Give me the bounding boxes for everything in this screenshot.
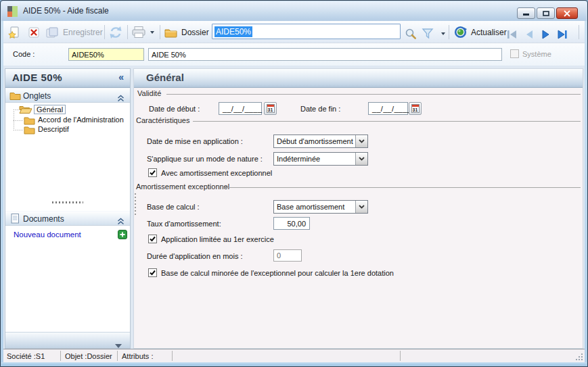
group-line [193,121,581,122]
actualiser-button[interactable]: Actualiser [454,24,507,41]
last-record-button[interactable] [556,26,569,43]
last-record-icon [556,29,569,40]
resize-grip[interactable] [574,352,583,360]
main-panel: Général Validité Date de début : __/__/_… [133,68,583,349]
base-calcul-label: Base de calcul : [147,203,200,211]
exceptional-checkbox-label: Avec amortissement exceptionnel [161,169,272,177]
first-record-button [505,26,519,43]
refresh-button[interactable] [108,24,123,41]
save-icon [45,26,59,39]
previous-record-icon [523,29,537,40]
tree-stub [14,109,18,110]
chevron-down-icon[interactable] [355,153,367,165]
duree-label: Durée d'application en mois : [147,252,243,260]
print-button[interactable] [131,24,154,41]
close-button[interactable] [556,7,578,19]
main-header: Général [134,69,583,88]
print-icon [131,26,146,39]
app-icon [7,5,18,18]
add-document-button[interactable] [118,230,127,242]
chevron-down-icon[interactable] [355,201,367,213]
code-field[interactable] [68,48,144,61]
status-attributs: Attributs : [122,352,153,360]
chevron-down-icon[interactable] [355,135,367,147]
dossier-button[interactable]: Dossier [164,24,209,41]
sidebar-item-general[interactable]: Général [34,105,66,114]
new-document-link[interactable]: Nouveau document [14,230,81,239]
sidebar-footer [5,332,130,348]
filter-button[interactable] [422,25,445,42]
sidebar-splitter-handle[interactable] [52,201,83,203]
toolbar-separator [127,25,128,39]
folder-icon [24,125,35,137]
exceptional-checkbox[interactable] [148,168,157,177]
status-separator [400,351,401,361]
search-button[interactable] [405,25,417,42]
next-record-button[interactable] [539,26,553,43]
code-row: Code : Système [3,43,585,66]
window-title: AIDE 50% - Aide fiscale [23,6,109,16]
duree-field: 0 [273,249,302,262]
restore-button[interactable] [537,7,555,19]
base-calcul-select[interactable]: Base amortissement [273,200,368,214]
filter-icon [422,28,434,39]
toolbar: Enregistrer Dossier AIDE50% Actualis [3,21,585,43]
nature-mode-select[interactable]: Indéterminée [273,152,368,166]
filter-dropdown-icon[interactable] [441,32,445,35]
group-line [224,187,581,188]
splitter-dots[interactable] [135,193,136,216]
calendar-icon: 31 [411,104,420,113]
refresh-icon [108,26,123,39]
date-end-field[interactable]: __/__/____ [368,102,408,115]
first-year-checkbox[interactable] [148,235,157,243]
group-line [166,94,581,95]
documents-label: Documents [23,214,64,224]
search-input[interactable]: AIDE50% [212,24,401,39]
window-bottom-edge [1,362,587,366]
toolbar-separator [449,25,449,39]
taux-value: 50,00 [287,220,306,228]
minimize-button[interactable] [517,7,535,19]
tree-stub [14,120,24,121]
dossier-label: Dossier [181,28,209,37]
date-start-label: Date de début : [149,105,200,113]
taux-label: Taux d'amortissement: [147,220,221,228]
collapse-section-icon[interactable] [117,93,125,105]
new-button[interactable] [7,24,21,41]
minored-base-checkbox[interactable] [148,268,157,277]
folder-icon [164,27,177,38]
onglets-section-header[interactable]: Onglets [5,88,130,103]
check-icon [149,169,156,176]
previous-record-button [523,26,537,43]
onglets-label: Onglets [23,91,51,101]
documents-section-header[interactable]: Documents [5,211,130,226]
date-start-field[interactable]: __/__/____ [219,102,262,115]
group-validite-label: Validité [137,89,161,97]
date-start-calendar-button[interactable]: 31 [264,102,277,115]
name-field[interactable] [148,48,502,61]
folder-icon [9,91,21,103]
taux-field[interactable]: 50,00 [273,217,310,230]
actualiser-label: Actualiser [471,28,507,37]
save-label: Enregistrer [63,28,103,37]
first-record-icon [505,29,519,40]
sidebar-item-descriptif[interactable]: Descriptif [38,125,69,133]
document-icon [9,213,20,227]
print-dropdown-icon[interactable] [150,31,154,34]
collapse-sidebar-button[interactable]: « [118,72,124,82]
group-caracteristiques-label: Caractéristiques [136,116,189,124]
collapse-section-icon[interactable] [117,216,125,228]
application-date-select[interactable]: Début d'amortissement [273,134,368,148]
group-amortissement-label: Amortissement exceptionnel [136,182,229,191]
base-calcul-value: Base amortissement [274,203,355,211]
first-year-checkbox-label: Application limitée au 1er exercice [161,235,274,243]
sidebar-item-accord[interactable]: Accord de l'Administration [38,116,124,124]
title-bar: AIDE 50% - Aide fiscale [1,1,587,21]
new-document-icon [7,26,21,39]
nature-mode-value: Indéterminée [274,155,355,163]
delete-button[interactable] [27,24,41,41]
toolbar-separator [104,25,105,39]
date-end-calendar-button[interactable]: 31 [409,102,422,115]
next-record-icon [539,29,553,40]
toolbar-separator [160,25,160,39]
